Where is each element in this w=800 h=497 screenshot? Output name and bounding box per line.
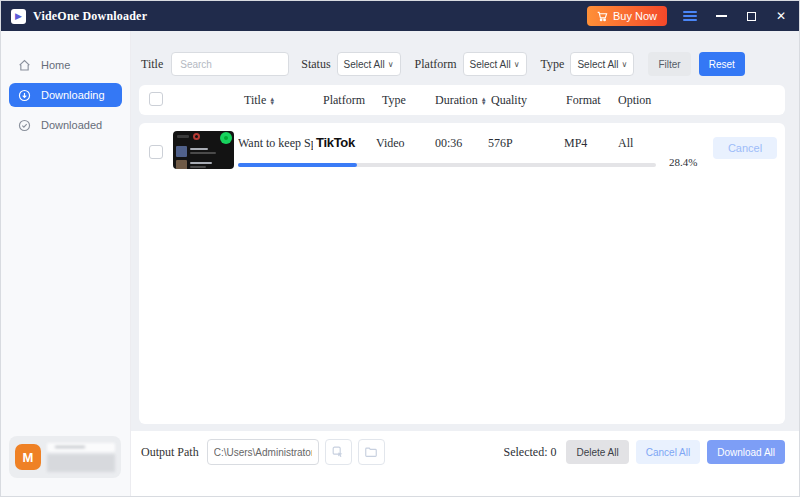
main-panel: Title Status Select All ∨ Platform Selec… bbox=[131, 31, 799, 496]
type-filter-label: Type bbox=[541, 57, 565, 72]
column-header-option: Option bbox=[618, 93, 651, 108]
maximize-icon bbox=[747, 12, 756, 21]
row-title: Want to keep Sp... bbox=[238, 136, 313, 151]
sidebar-item-label: Downloading bbox=[41, 89, 105, 101]
folder-icon bbox=[364, 445, 378, 459]
video-thumbnail bbox=[173, 131, 234, 169]
download-list: Want to keep Sp... TikTok Video 00:36 57… bbox=[139, 123, 785, 424]
cancel-button[interactable]: Cancel bbox=[713, 137, 777, 159]
status-select[interactable]: Select All ∨ bbox=[337, 52, 401, 76]
status-filter-label: Status bbox=[301, 57, 330, 72]
sort-icon[interactable]: ▲▼ bbox=[269, 97, 275, 105]
minimize-icon bbox=[716, 15, 727, 17]
row-format: MP4 bbox=[564, 136, 587, 151]
download-icon bbox=[18, 89, 31, 102]
sort-icon[interactable]: ▲▼ bbox=[481, 97, 487, 105]
reset-button[interactable]: Reset bbox=[699, 52, 745, 76]
cart-icon bbox=[597, 11, 608, 22]
title-filter-label: Title bbox=[141, 57, 163, 72]
sidebar: Home Downloading Downloaded M bbox=[1, 31, 131, 496]
chevron-down-icon: ∨ bbox=[514, 60, 520, 69]
menu-button[interactable] bbox=[681, 9, 699, 23]
sidebar-item-home[interactable]: Home bbox=[9, 53, 122, 77]
check-circle-icon bbox=[18, 119, 31, 132]
output-path-input[interactable] bbox=[207, 439, 319, 465]
type-select-value: Select All bbox=[577, 59, 618, 70]
table-row: Want to keep Sp... TikTok Video 00:36 57… bbox=[139, 123, 785, 181]
progress-bar bbox=[238, 163, 656, 167]
type-select[interactable]: Select All ∨ bbox=[570, 52, 634, 76]
locate-file-button[interactable] bbox=[325, 439, 352, 465]
row-checkbox[interactable] bbox=[149, 145, 163, 159]
select-all-checkbox[interactable] bbox=[149, 92, 163, 106]
sidebar-item-label: Home bbox=[41, 59, 70, 71]
app-logo-icon: ▶ bbox=[11, 9, 26, 24]
filter-button[interactable]: Filter bbox=[648, 52, 690, 76]
cursor-select-icon bbox=[331, 445, 345, 459]
sidebar-item-downloaded[interactable]: Downloaded bbox=[9, 113, 122, 137]
avatar: M bbox=[15, 444, 41, 470]
platform-select[interactable]: Select All ∨ bbox=[463, 52, 527, 76]
sidebar-item-label: Downloaded bbox=[41, 119, 102, 131]
table-header: Title ▲▼ Platform Type Duration ▲▼ Quali… bbox=[139, 85, 785, 115]
buy-now-button[interactable]: Buy Now bbox=[587, 6, 667, 26]
column-header-format: Format bbox=[566, 93, 601, 108]
minimize-button[interactable] bbox=[713, 8, 729, 24]
sidebar-item-downloading[interactable]: Downloading bbox=[9, 83, 122, 107]
row-quality: 576P bbox=[488, 136, 513, 151]
chevron-down-icon: ∨ bbox=[388, 60, 394, 69]
app-title: VideOne Downloader bbox=[33, 9, 147, 24]
buy-now-label: Buy Now bbox=[613, 10, 657, 22]
redacted-user-info bbox=[47, 443, 115, 472]
column-header-title[interactable]: Title ▲▼ bbox=[244, 93, 275, 108]
column-header-type: Type bbox=[382, 93, 406, 108]
platform-select-value: Select All bbox=[470, 59, 511, 70]
open-folder-button[interactable] bbox=[358, 439, 385, 465]
platform-filter-label: Platform bbox=[415, 57, 457, 72]
status-badge-icon bbox=[220, 132, 232, 144]
search-input[interactable] bbox=[171, 52, 289, 76]
row-option: All bbox=[618, 136, 633, 151]
close-button[interactable]: ✕ bbox=[773, 8, 789, 24]
maximize-button[interactable] bbox=[743, 8, 759, 24]
row-type: Video bbox=[376, 136, 405, 151]
column-header-platform: Platform bbox=[323, 93, 365, 108]
delete-all-button[interactable]: Delete All bbox=[566, 440, 628, 464]
selected-count: Selected: 0 bbox=[503, 445, 556, 460]
record-icon bbox=[193, 133, 200, 140]
app-window: ▶ VideOne Downloader Buy Now ✕ Home bbox=[0, 0, 800, 497]
download-all-button[interactable]: Download All bbox=[707, 440, 785, 464]
footer-bar: Output Path Selected: 0 Delete All Cance… bbox=[131, 431, 799, 496]
home-icon bbox=[18, 59, 31, 72]
tiktok-logo: TikTok bbox=[316, 135, 355, 150]
output-path-label: Output Path bbox=[141, 445, 199, 460]
filter-bar: Title Status Select All ∨ Platform Selec… bbox=[131, 31, 799, 85]
row-duration: 00:36 bbox=[435, 136, 462, 151]
chevron-down-icon: ∨ bbox=[622, 60, 628, 69]
user-card[interactable]: M bbox=[9, 436, 121, 478]
progress-fill bbox=[238, 163, 357, 167]
status-select-value: Select All bbox=[344, 59, 385, 70]
column-header-duration[interactable]: Duration ▲▼ bbox=[435, 93, 487, 108]
column-header-quality: Quality bbox=[491, 93, 527, 108]
progress-label: 28.4% bbox=[669, 156, 697, 168]
cancel-all-button[interactable]: Cancel All bbox=[636, 440, 700, 464]
titlebar: ▶ VideOne Downloader Buy Now ✕ bbox=[1, 1, 799, 31]
